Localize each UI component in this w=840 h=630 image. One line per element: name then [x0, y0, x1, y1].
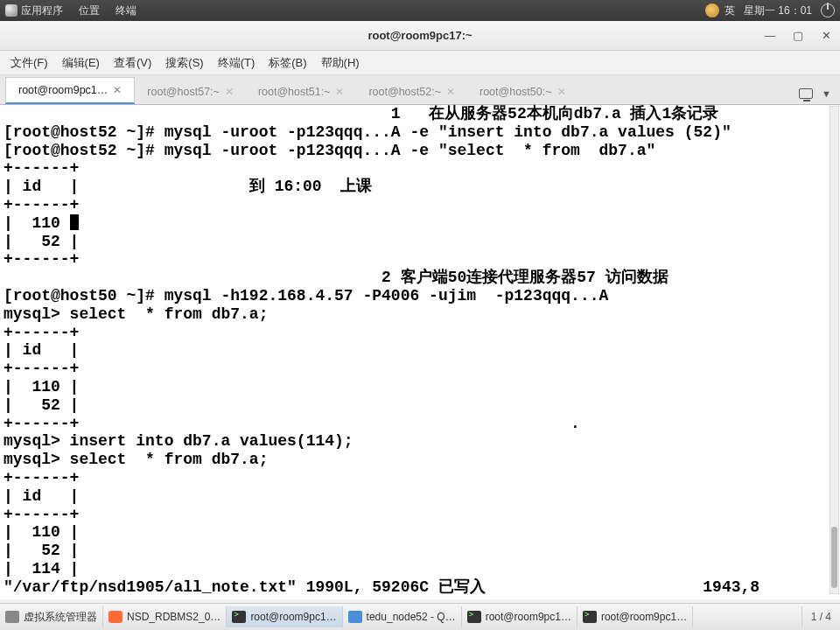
- tab-host50[interactable]: root@host50:~✕: [467, 80, 578, 104]
- close-icon[interactable]: ✕: [225, 86, 234, 98]
- cursor: [70, 214, 79, 230]
- applications-icon[interactable]: [5, 4, 18, 17]
- task-label: root@room9pc1…: [486, 611, 571, 623]
- task-label: tedu_node52 - Q…: [367, 611, 456, 623]
- window-title: root@room9pc17:~: [368, 29, 472, 42]
- clock[interactable]: 星期一 16：01: [744, 4, 812, 18]
- close-button[interactable]: ✕: [817, 26, 835, 44]
- menu-terminal[interactable]: 终端(T): [211, 52, 262, 74]
- terminal-icon: [583, 611, 597, 623]
- menu-view[interactable]: 查看(V): [107, 52, 158, 74]
- window-titlebar: root@room9pc17:~ — ▢ ✕: [0, 21, 840, 51]
- terminal-icon: [467, 611, 481, 623]
- menu-file[interactable]: 文件(F): [4, 52, 55, 74]
- close-icon[interactable]: ✕: [446, 86, 455, 98]
- tab-label: root@room9pc1…: [18, 84, 108, 96]
- tab-label: root@host52:~: [368, 86, 441, 98]
- terminal-icon: [232, 611, 246, 623]
- gnome-top-panel: 应用程序 位置 终端 英 星期一 16：01: [0, 0, 840, 21]
- scrollbar-thumb[interactable]: [831, 527, 837, 588]
- task-terminal1[interactable]: root@room9pc1…: [227, 606, 342, 627]
- tab-host57[interactable]: root@host57:~✕: [135, 80, 246, 104]
- power-icon[interactable]: [821, 4, 835, 18]
- tab-room9pc1[interactable]: root@room9pc1…✕: [5, 77, 135, 104]
- menu-edit[interactable]: 编辑(E): [55, 52, 107, 74]
- terminal-menu[interactable]: 终端: [116, 4, 136, 18]
- applications-menu[interactable]: 应用程序: [21, 4, 63, 18]
- terminal-tabbar: root@room9pc1…✕ root@host57:~✕ root@host…: [0, 75, 840, 105]
- tab-label: root@host57:~: [147, 86, 220, 98]
- close-icon[interactable]: ✕: [557, 86, 566, 98]
- scrollbar[interactable]: [830, 106, 839, 594]
- wps-icon: [108, 611, 122, 623]
- menu-help[interactable]: 帮助(H): [314, 52, 367, 74]
- close-icon[interactable]: ✕: [113, 84, 122, 96]
- task-terminal3[interactable]: root@room9pc1…: [578, 606, 693, 627]
- task-label: root@room9pc1…: [250, 611, 336, 623]
- vm-icon: [5, 611, 19, 623]
- tab-host52[interactable]: root@host52:~✕: [356, 80, 467, 104]
- qemu-icon: [348, 611, 362, 623]
- terminal-content: 1 在从服务器52本机向db7.a 插入1条记录 [root@host52 ~]…: [0, 105, 840, 597]
- workspace-indicator[interactable]: 1 / 4: [802, 606, 840, 627]
- gnome-taskbar: 虚拟系统管理器 NSD_RDBMS2_0… root@room9pc1… ted…: [0, 603, 840, 630]
- task-label: root@room9pc1…: [601, 611, 687, 623]
- terminal-viewport[interactable]: 1 在从服务器52本机向db7.a 插入1条记录 [root@host52 ~]…: [0, 105, 840, 599]
- tab-host51[interactable]: root@host51:~✕: [246, 80, 357, 104]
- task-wps[interactable]: NSD_RDBMS2_0…: [103, 606, 227, 627]
- display-icon[interactable]: [799, 88, 813, 99]
- task-terminal2[interactable]: root@room9pc1…: [462, 606, 578, 627]
- task-qemu[interactable]: tedu_node52 - Q…: [343, 606, 462, 627]
- close-icon[interactable]: ✕: [335, 86, 344, 98]
- task-vmmanager[interactable]: 虚拟系统管理器: [0, 606, 103, 627]
- menu-search[interactable]: 搜索(S): [158, 52, 210, 74]
- menu-tabs[interactable]: 标签(B): [262, 52, 313, 74]
- task-label: 虚拟系统管理器: [24, 610, 97, 625]
- task-label: NSD_RDBMS2_0…: [127, 611, 220, 623]
- minimize-button[interactable]: —: [761, 26, 779, 44]
- chevron-down-icon[interactable]: ▼: [822, 88, 831, 99]
- menubar: 文件(F) 编辑(E) 查看(V) 搜索(S) 终端(T) 标签(B) 帮助(H…: [0, 51, 840, 75]
- tab-label: root@host51:~: [258, 86, 331, 98]
- places-menu[interactable]: 位置: [79, 4, 100, 18]
- maximize-button[interactable]: ▢: [789, 26, 807, 44]
- ime-indicator[interactable]: 英: [724, 4, 735, 18]
- sogou-icon[interactable]: [705, 4, 719, 18]
- tab-label: root@host50:~: [480, 86, 552, 98]
